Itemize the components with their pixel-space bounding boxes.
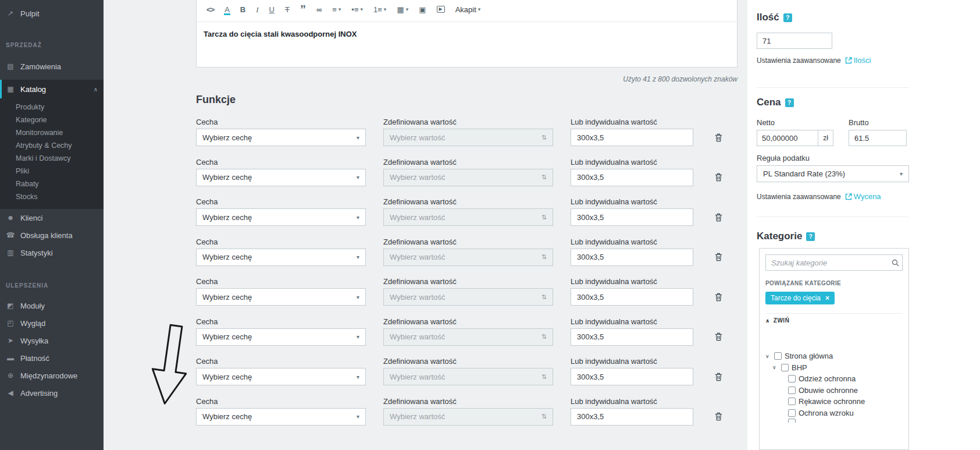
sidebar-item-moduly[interactable]: ◩ Moduły (0, 297, 104, 314)
chevron-down-icon[interactable]: ∨ (765, 353, 771, 359)
sidebar-subitem[interactable]: Rabaty (0, 178, 104, 190)
custom-value-input[interactable] (571, 208, 693, 226)
feature-select[interactable]: Wybierz cechę ▾ (196, 408, 366, 426)
feature-select[interactable]: Wybierz cechę ▾ (196, 249, 366, 266)
feature-select[interactable]: Wybierz cechę ▾ (196, 208, 366, 226)
sidebar-item-platnosc[interactable]: ▬ Płatność (0, 349, 104, 367)
category-checkbox[interactable] (781, 364, 789, 371)
table-icon: ▦ (397, 6, 404, 13)
feature-select[interactable]: Wybierz cechę ▾ (196, 169, 366, 186)
editor-content-area[interactable]: Tarcza do cięcia stali kwasoodpornej INO… (197, 22, 737, 46)
delete-feature-button[interactable] (711, 368, 726, 385)
sidebar-item-klienci[interactable]: ☻ Klienci (0, 209, 104, 226)
category-search-input[interactable] (765, 254, 903, 271)
sidebar-item-wysylka[interactable]: ➤ Wysyłka (0, 332, 104, 349)
custom-value-input[interactable] (571, 328, 693, 346)
quantity-advanced-link[interactable]: Ilości (845, 56, 871, 65)
sidebar-item-wyglad[interactable]: ◰ Wygląd (0, 314, 104, 332)
bullet-list-dropdown[interactable]: •≡▾ (346, 0, 368, 22)
sidebar-subitem[interactable]: Stocks (0, 190, 104, 203)
custom-value-input[interactable] (571, 408, 693, 426)
category-checkbox[interactable] (788, 409, 796, 417)
delete-feature-button[interactable] (711, 129, 726, 146)
link-button[interactable]: ∞ (311, 0, 327, 22)
category-checkbox[interactable] (788, 398, 796, 405)
sidebar-item-obsluga-klienta[interactable]: ☎ Obsługa klienta (0, 226, 104, 244)
sidebar-subitem[interactable]: Marki i Dostawcy (0, 152, 104, 165)
custom-value-input[interactable] (571, 169, 693, 186)
predefined-value-column: Zdefiniowana wartość Wybierz wartość ⇅ (383, 317, 553, 346)
sidebar-item-miedzynarodowe[interactable]: ⊕ Międzynarodowe (0, 367, 104, 384)
delete-feature-button[interactable] (711, 169, 726, 186)
sidebar-subitem[interactable]: Pliki (0, 165, 104, 178)
strikethrough-button[interactable]: T (280, 0, 295, 22)
align-dropdown[interactable]: ≡▾ (327, 0, 346, 22)
category-checkbox[interactable] (788, 375, 796, 382)
brutto-price-input[interactable] (849, 130, 907, 146)
feature-select[interactable]: Wybierz cechę ▾ (196, 328, 366, 346)
sidebar-section-header-sprzedaz: SPRZEDAŻ (0, 42, 104, 48)
sidebar-item-advertising[interactable]: ◀ Advertising (0, 384, 104, 402)
trash-icon (715, 253, 722, 261)
sidebar-subitem[interactable]: Atrybuty & Cechy (0, 139, 104, 152)
table-dropdown[interactable]: ▦▾ (391, 0, 414, 22)
custom-value-input[interactable] (571, 288, 693, 306)
image-button[interactable]: ▣ (414, 0, 431, 22)
underline-button[interactable]: U (264, 0, 280, 22)
quantity-input[interactable] (757, 33, 832, 49)
blockquote-button[interactable]: ” (295, 0, 311, 22)
help-icon[interactable]: ? (806, 232, 815, 241)
sidebar-item-statystyki[interactable]: ▥ Statystyki (0, 244, 104, 261)
feature-select[interactable]: Wybierz cechę ▾ (196, 129, 366, 146)
video-button[interactable]: ▶ (432, 0, 450, 22)
sidebar-subitem[interactable]: Monitorowanie (0, 126, 104, 139)
bold-button[interactable]: B (235, 0, 251, 22)
feature-column: Cecha Wybierz cechę ▾ (196, 238, 366, 266)
category-label: Odzież ochronna (799, 374, 856, 383)
feature-select[interactable]: Wybierz cechę ▾ (196, 368, 366, 385)
delete-feature-button[interactable] (711, 249, 726, 266)
tax-rule-select[interactable]: PL Standard Rate (23%) ▾ (757, 165, 909, 182)
predefined-value-label: Zdefiniowana wartość (383, 357, 553, 366)
tax-rule-value: PL Standard Rate (23%) (763, 169, 845, 178)
trash-icon (715, 293, 722, 302)
category-checkbox[interactable] (788, 419, 796, 423)
delete-feature-button[interactable] (711, 288, 726, 306)
character-counter: Użyto 41 z 800 dozwolonych znaków (196, 75, 737, 83)
category-checkbox[interactable] (788, 387, 796, 394)
sidebar-subitem[interactable]: Produkty (0, 101, 104, 114)
predefined-value-label: Zdefiniowana wartość (383, 158, 553, 166)
delete-feature-button[interactable] (711, 408, 726, 426)
code-button[interactable]: <> (201, 0, 219, 22)
tax-rule-label: Reguła podatku (757, 154, 810, 162)
italic-button[interactable]: I (251, 0, 263, 22)
ordered-list-dropdown[interactable]: 1≡▾ (368, 0, 391, 22)
collapse-button[interactable]: ∧ ZWIŃ (765, 317, 903, 324)
link-icon: ∞ (316, 6, 322, 13)
category-checkbox[interactable] (774, 352, 782, 360)
custom-value-input[interactable] (571, 249, 693, 266)
feature-label: Cecha (196, 277, 366, 286)
paragraph-format-dropdown[interactable]: Akapit▾ (450, 0, 486, 22)
sidebar-item-pulpit[interactable]: ↗ Pulpit (0, 5, 104, 22)
help-icon[interactable]: ? (783, 13, 792, 22)
category-label: Obuwie ochronne (799, 386, 858, 395)
netto-price-input[interactable] (757, 130, 818, 146)
category-tree-row: Ochrona wzroku (765, 408, 903, 419)
delete-feature-button[interactable] (711, 208, 726, 226)
sidebar-item-katalog[interactable]: ▦ Katalog ∧ (0, 80, 104, 98)
predefined-value-select: Wybierz wartość ⇅ (383, 169, 553, 186)
custom-value-input[interactable] (571, 368, 693, 385)
text-color-button[interactable]: A (219, 0, 235, 22)
sidebar-item-zamowienia[interactable]: ▤ Zamówienia (0, 58, 104, 75)
predefined-value-label: Zdefiniowana wartość (383, 277, 553, 286)
close-icon[interactable]: × (825, 294, 829, 302)
help-icon[interactable]: ? (785, 98, 794, 107)
feature-select[interactable]: Wybierz cechę ▾ (196, 288, 366, 306)
chevron-down-icon[interactable]: ∨ (772, 364, 778, 370)
sidebar-subitem[interactable]: Kategorie (0, 114, 104, 126)
price-advanced-link[interactable]: Wycena (845, 192, 881, 201)
shipping-icon: ➤ (6, 336, 15, 345)
custom-value-input[interactable] (571, 129, 693, 146)
delete-feature-button[interactable] (711, 328, 726, 346)
